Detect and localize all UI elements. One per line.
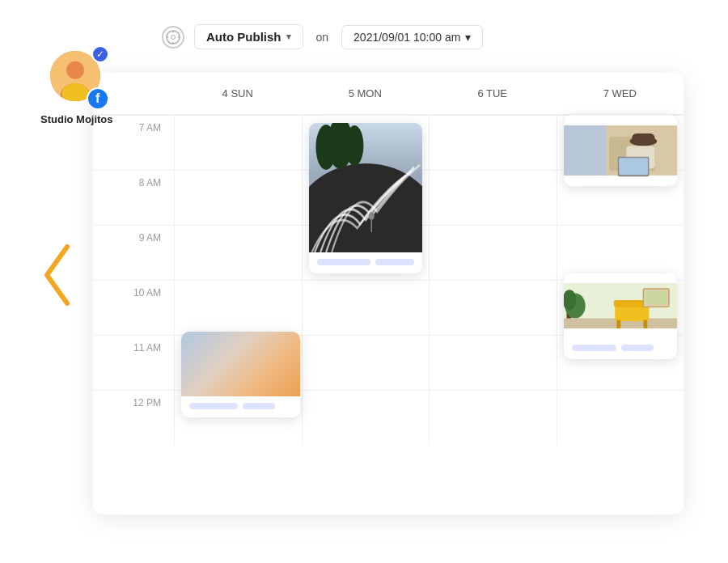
date-picker-button[interactable]: 2021/09/01 10:00 am ▾ xyxy=(341,25,483,49)
post-image-person xyxy=(564,115,678,186)
on-label: on xyxy=(316,31,329,44)
user-profile: ✓ f Studio Mojitos xyxy=(40,49,113,125)
time-8am: 8 AM xyxy=(93,170,174,225)
post-card-sun[interactable] xyxy=(181,332,300,417)
day-header-sun: 4 SUN xyxy=(174,84,302,103)
card-footer-wed xyxy=(564,338,678,359)
svg-point-15 xyxy=(368,212,374,220)
time-12pm: 12 PM xyxy=(93,390,174,445)
card-pill-wed-1 xyxy=(572,345,616,351)
card-pill-1 xyxy=(189,403,238,409)
post-card-wed-top[interactable] xyxy=(564,115,678,186)
svg-point-5 xyxy=(171,35,176,39)
date-chevron: ▾ xyxy=(465,31,471,44)
chair-svg xyxy=(564,273,678,338)
decorative-chevron xyxy=(39,243,71,307)
day-col-wed xyxy=(557,115,684,445)
card-pill-mon-2 xyxy=(375,259,414,265)
time-10am: 10 AM xyxy=(93,280,174,335)
post-card-wed-mid[interactable] xyxy=(564,273,678,359)
card-footer-mon xyxy=(309,252,423,273)
avatar-wrapper: ✓ f xyxy=(48,49,106,107)
card-pill-2 xyxy=(243,403,275,409)
svg-rect-24 xyxy=(564,125,607,176)
toolbar: Auto Publish ▾ on 2021/09/01 10:00 am ▾ xyxy=(162,24,663,49)
urban-overlay xyxy=(309,123,423,252)
day-col-sun xyxy=(174,115,302,445)
post-image-interior xyxy=(181,332,300,396)
time-9am: 9 AM xyxy=(93,225,174,280)
card-pill-wed-2 xyxy=(621,345,654,351)
day-header-mon: 5 MON xyxy=(302,84,430,103)
day-col-tue xyxy=(429,115,557,445)
person-svg xyxy=(564,115,678,186)
svg-point-3 xyxy=(61,83,88,104)
day-header-wed: 7 WED xyxy=(557,84,684,103)
day-header-tue: 6 TUE xyxy=(429,84,557,103)
svg-rect-23 xyxy=(619,158,648,175)
svg-rect-32 xyxy=(616,320,620,329)
post-card-mon[interactable] xyxy=(309,123,423,273)
card-footer xyxy=(181,396,300,417)
svg-rect-33 xyxy=(643,320,647,329)
auto-publish-label: Auto Publish xyxy=(206,30,281,44)
auto-publish-chevron: ▾ xyxy=(286,32,291,42)
svg-rect-35 xyxy=(645,291,667,305)
schedule-icon xyxy=(162,26,184,49)
calendar-header: 4 SUN 5 MON 6 TUE 7 WED xyxy=(93,73,684,115)
calendar-body: 7 AM 8 AM 9 AM 10 AM 11 AM 12 PM xyxy=(93,115,684,445)
post-image-chair xyxy=(564,273,678,338)
calendar: 4 SUN 5 MON 6 TUE 7 WED 7 AM 8 AM 9 AM 1… xyxy=(93,73,684,514)
svg-point-1 xyxy=(66,61,84,79)
facebook-badge: f xyxy=(87,87,109,110)
auto-publish-button[interactable]: Auto Publish ▾ xyxy=(194,24,303,49)
clock-icon xyxy=(166,30,180,44)
time-column: 7 AM 8 AM 9 AM 10 AM 11 AM 12 PM xyxy=(93,115,174,445)
post-image-urban xyxy=(309,123,423,252)
svg-rect-20 xyxy=(632,133,654,144)
day-col-mon xyxy=(302,115,430,445)
card-pill-mon-1 xyxy=(317,259,371,265)
user-name: Studio Mojitos xyxy=(40,113,113,125)
time-11am: 11 AM xyxy=(93,335,174,390)
check-badge: ✓ xyxy=(91,45,109,63)
date-label: 2021/09/01 10:00 am xyxy=(353,31,460,44)
svg-point-14 xyxy=(345,125,362,166)
